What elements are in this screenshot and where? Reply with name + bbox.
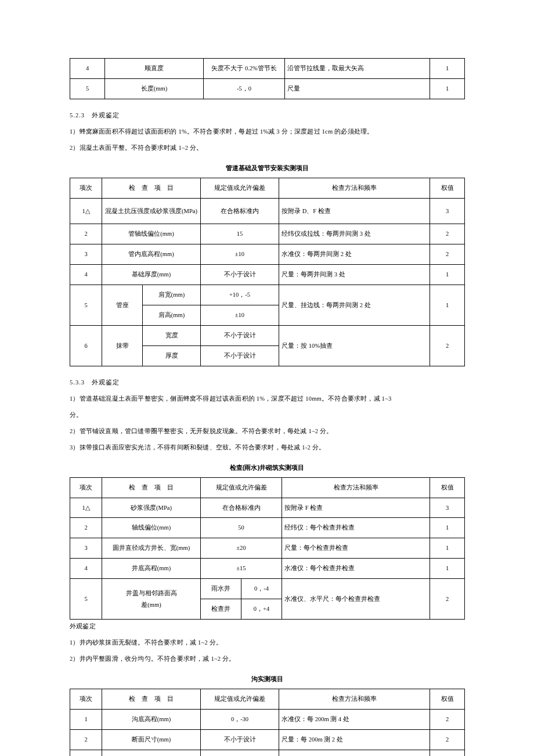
- cell: 管座: [102, 285, 143, 326]
- cell: 4: [70, 59, 105, 79]
- cell: 1: [430, 750, 465, 756]
- th-t3-0: 项次: [70, 477, 102, 498]
- th-t4-0: 项次: [70, 689, 102, 709]
- cell: 按附录 D、F 检查: [279, 198, 430, 224]
- cell: 混凝土抗压强度或砂浆强度(MPa): [102, 198, 201, 224]
- p-523-2: 2）混凝土表面平整。不符合要求时减 1~2 分。: [70, 142, 464, 154]
- cell: 圆井直径或方井长、宽(mm): [102, 538, 201, 559]
- th-t3-3: 检查方法和频率: [282, 477, 430, 498]
- cell: 水准仪：每个检查井检查: [282, 559, 430, 579]
- cell: +10，-5: [201, 285, 279, 305]
- cell: 50: [201, 518, 282, 538]
- cell: 6: [70, 326, 102, 366]
- cell: 厚度: [143, 346, 201, 366]
- th-t2-4: 权值: [430, 178, 465, 198]
- cell: 2: [70, 518, 102, 538]
- cell: 断面尺寸(mm): [102, 729, 201, 750]
- cell: 2: [430, 709, 465, 729]
- heading-523: 5.2.3 外观鉴定: [70, 110, 464, 121]
- cell: 尺量：每个检查井检查: [282, 538, 430, 559]
- cell: 2: [70, 224, 102, 244]
- cell: 尺量、挂边线：每两井间测 2 处: [279, 285, 430, 326]
- cell: 矢度不大于 0.2%管节长: [204, 59, 285, 79]
- th-t4-4: 权值: [430, 689, 465, 709]
- cell: 在合格标准内: [201, 198, 279, 224]
- cell: 5: [70, 78, 105, 99]
- th-t4-3: 检查方法和频率: [279, 689, 430, 709]
- cell: 尺量：每两井间测 3 处: [279, 265, 430, 285]
- th-t2-3: 检查方法和频率: [279, 178, 430, 198]
- cell: ±10: [201, 305, 279, 326]
- cell: 尺量：每 200m 测 2 处: [279, 729, 430, 750]
- table-fragment-top: 4顺直度矢度不大于 0.2%管节长沿管节拉线量，取最大矢高15长度(mm)-5，…: [70, 58, 465, 99]
- cell: 15: [201, 224, 279, 244]
- cell: 0，-30: [201, 709, 279, 729]
- cell: 1: [430, 559, 465, 579]
- cell: 肩宽(mm): [143, 285, 201, 305]
- cell: 抹带: [102, 326, 143, 366]
- cell: 长度(mm): [105, 78, 204, 99]
- cell: 1: [430, 78, 465, 99]
- cell: ±10: [201, 244, 279, 265]
- table-inspection-well: 项次 检 查 项 目 规定值或允许偏差 检查方法和频率 权值 1△ 砂浆强度(M…: [70, 477, 465, 620]
- cell: 水准仪、水平尺：每个检查井检查: [282, 579, 430, 620]
- heading-533: 5.3.3 外观鉴定: [70, 377, 464, 388]
- cell: 2: [430, 729, 465, 750]
- cell: 经纬仪或拉线：每两井间测 3 处: [279, 224, 430, 244]
- cell: 0，-4: [241, 579, 282, 599]
- th-t4-2: 规定值或允许偏差: [201, 689, 279, 709]
- cell: 基础厚度(mm): [102, 265, 201, 285]
- cell: 1: [430, 538, 465, 559]
- cell: 2: [430, 326, 465, 366]
- cell: 5: [70, 579, 102, 620]
- table-ditch: 项次 检 查 项 目 规定值或允许偏差 检查方法和频率 权值 1沟底高程(mm)…: [70, 689, 465, 756]
- p-wg-1: 1）井内砂浆抹面无裂缝。不符合要求时，减 1~2 分。: [70, 637, 464, 649]
- cell: 轴线偏位(mm): [102, 518, 201, 538]
- th-t2-0: 项次: [70, 178, 102, 198]
- cell: 3: [430, 498, 465, 518]
- cell: 2: [430, 224, 465, 244]
- cell: 1: [430, 59, 465, 79]
- cell: 1△: [70, 498, 102, 518]
- cell: 沟底高程(mm): [102, 709, 201, 729]
- caption-table2: 管道基础及管节安装实测项目: [70, 162, 464, 174]
- cell: 尺量: [285, 78, 430, 99]
- th-t2-2: 规定值或允许偏差: [201, 178, 279, 198]
- cell-line2: 差(mm): [103, 599, 199, 611]
- cell-line1: 井盖与相邻路面高: [103, 588, 199, 599]
- cell: 不小于设计: [201, 729, 279, 750]
- th-t3-4: 权值: [430, 477, 465, 498]
- cell: 肩高(mm): [143, 305, 201, 326]
- cell: 5: [70, 285, 102, 326]
- cell: 管轴线偏位(mm): [102, 224, 201, 244]
- cell: 井底高程(mm): [102, 559, 201, 579]
- p-533-2: 2）管节铺设直顺，管口缝带圈平整密实，无开裂脱皮现象。不符合要求时，每处减 1~…: [70, 426, 464, 437]
- cell: 不陡于设计: [201, 750, 279, 756]
- cell: 2: [430, 244, 465, 265]
- cell: 2: [70, 729, 102, 750]
- cell: 经纬仪：每个检查井检查: [282, 518, 430, 538]
- cell: 4: [70, 265, 102, 285]
- cell: 雨水井: [201, 579, 241, 599]
- cell: 管内底高程(mm): [102, 244, 201, 265]
- cell: ±15: [201, 559, 282, 579]
- cell: 3: [70, 244, 102, 265]
- cell: 3: [430, 198, 465, 224]
- cell: 检查井: [201, 599, 241, 620]
- cell: 井盖与相邻路面高 差(mm): [102, 579, 201, 620]
- cell: 边坡坡度: [102, 750, 201, 756]
- p-523-1: 1）蜂窝麻面面积不得超过该面面积的 1%。不符合要求时，每超过 1%减 3 分；…: [70, 126, 464, 138]
- cell: 尺量：按 10%抽查: [279, 326, 430, 366]
- cell: 水准仪：每两井间测 2 处: [279, 244, 430, 265]
- th-t2-1: 检 查 项 目: [102, 178, 201, 198]
- p-533-1: 1）管道基础混凝土表面平整密实，侧面蜂窝不得超过该表面积的 1%，深度不超过 1…: [70, 393, 464, 405]
- cell: 宽度: [143, 326, 201, 346]
- cell: 不小于设计: [201, 265, 279, 285]
- cell: 尺量：每 200m 测 2 处: [279, 750, 430, 756]
- cell: 3: [70, 538, 102, 559]
- th-t3-1: 检 查 项 目: [102, 477, 201, 498]
- cell: 3: [70, 750, 102, 756]
- caption-table3: 检查(雨水)井砌筑实测项目: [70, 462, 464, 474]
- caption-table4: 沟实测项目: [70, 673, 464, 685]
- cell: 4: [70, 559, 102, 579]
